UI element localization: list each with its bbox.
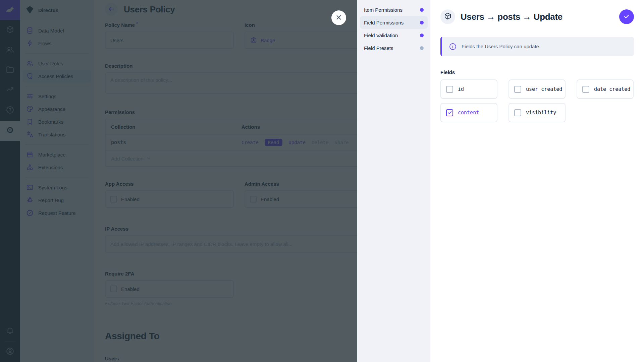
field-card-user_created[interactable]: user_created xyxy=(508,79,566,99)
field-card-content[interactable]: content xyxy=(440,103,497,122)
field-card-id[interactable]: id xyxy=(440,79,497,99)
status-dot xyxy=(420,46,424,50)
fields-section-label: Fields xyxy=(440,69,634,76)
drawer-tab-label: Field Validation xyxy=(364,33,398,38)
close-icon xyxy=(335,14,342,22)
field-card-date_created[interactable]: date_created xyxy=(577,79,634,99)
permissions-drawer: Item PermissionsField PermissionsField V… xyxy=(357,0,644,362)
status-dot xyxy=(420,21,424,24)
info-banner-text: Fields the Users Policy can update. xyxy=(462,44,540,49)
drawer-tab-label: Field Presets xyxy=(364,45,393,51)
checkbox[interactable] xyxy=(514,86,521,93)
info-banner: Fields the Users Policy can update. xyxy=(440,37,634,56)
confirm-button[interactable] xyxy=(619,9,634,24)
checkbox-checked[interactable] xyxy=(446,109,453,116)
drawer-tab-field-validation[interactable]: Field Validation xyxy=(360,29,428,42)
field-name-label: id xyxy=(458,86,464,92)
status-dot xyxy=(420,34,424,37)
field-card-visibility[interactable]: visibility xyxy=(508,103,566,122)
drawer-tab-label: Field Permissions xyxy=(364,20,404,25)
field-name-label: content xyxy=(458,110,479,116)
drawer-close-button[interactable] xyxy=(331,10,346,25)
drawer-tab-field-presets[interactable]: Field Presets xyxy=(360,42,428,54)
fields-grid: iduser_createddate_createdcontentvisibil… xyxy=(440,79,634,122)
info-icon xyxy=(449,43,457,51)
checkbox[interactable] xyxy=(514,109,521,116)
drawer-nav: Item PermissionsField PermissionsField V… xyxy=(357,0,430,362)
field-name-label: date_created xyxy=(594,86,630,92)
drawer-header: Users → posts → Update xyxy=(440,9,634,24)
drawer-tab-item-permissions[interactable]: Item Permissions xyxy=(360,3,428,16)
drawer-tab-field-permissions[interactable]: Field Permissions xyxy=(360,16,428,29)
status-dot xyxy=(420,8,424,12)
drawer-content: Users → posts → Update Fields the Users … xyxy=(430,0,644,362)
drawer-tab-label: Item Permissions xyxy=(364,7,402,13)
drawer-title: Users → posts → Update xyxy=(461,12,614,22)
collection-icon-circle xyxy=(440,9,455,24)
field-name-label: visibility xyxy=(526,110,556,116)
checkbox[interactable] xyxy=(446,86,453,93)
check-icon xyxy=(623,13,630,21)
app-root: Directus Data ModelFlowsUser RolesAccess… xyxy=(0,0,644,362)
box-icon xyxy=(444,12,452,21)
field-name-label: user_created xyxy=(526,86,562,92)
checkbox[interactable] xyxy=(582,86,589,93)
